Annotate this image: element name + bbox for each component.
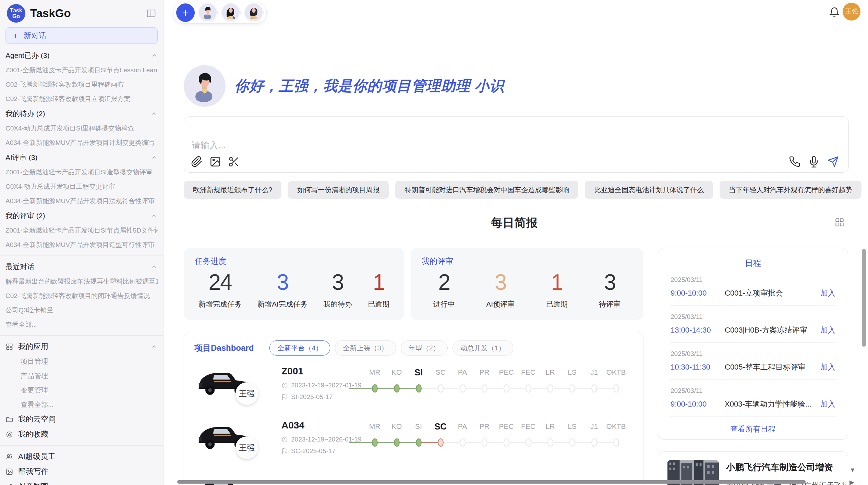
- divider: [0, 335, 163, 336]
- logo-text-bottom: Go: [12, 13, 20, 19]
- dashboard-filter-tab[interactable]: 年型（2）: [401, 340, 448, 356]
- suggestion-chip[interactable]: 当下年轻人对汽车外观有怎样的喜好趋势: [720, 181, 861, 199]
- vertical-scrollbar[interactable]: [862, 249, 866, 347]
- project-row[interactable]: 王强 Z001 2023-12-19~2027-01-19 SI-2025-05…: [184, 360, 643, 414]
- sidebar-item[interactable]: C02-飞腾新能源轻客改款项目立项汇报方案: [5, 92, 158, 106]
- sidebar-item[interactable]: C0X4-动力总成开发项目SI里程碑提交物检查: [5, 121, 158, 136]
- horizontal-scrollbar[interactable]: [177, 480, 806, 484]
- milestone-label: LS: [561, 366, 583, 378]
- suggestion-chip[interactable]: 比亚迪全固态电池计划具体说了什么: [585, 181, 713, 199]
- recent-chats-view-all[interactable]: 查看全部...: [5, 318, 158, 332]
- phone-icon[interactable]: [789, 156, 800, 167]
- sidebar-item[interactable]: Z001-全新燃油皮卡产品开发项目SI节点Lesson Learn报告: [5, 63, 158, 77]
- recent-chat-item[interactable]: 公司Q3轻卡销量: [5, 303, 158, 318]
- add-agent-button[interactable]: +: [176, 3, 195, 22]
- stat: 2进行中: [433, 270, 455, 309]
- image-icon[interactable]: [209, 156, 221, 167]
- join-meeting-link[interactable]: 加入: [820, 399, 835, 409]
- schedule-item: 2025/03/11 13:00-14:30 C003|H0B-方案冻结评审 加…: [670, 306, 836, 343]
- stat: 3我的待办: [323, 270, 352, 309]
- dashboard-filter-tab[interactable]: 全新平台（4）: [269, 340, 330, 356]
- sidebar-item[interactable]: Z001-全新燃油轻卡产品开发项目SI节点属性5D文件评审: [5, 223, 158, 238]
- apps-view-all[interactable]: 查看全部...: [5, 397, 158, 412]
- notification-bell-icon[interactable]: [829, 7, 840, 18]
- app-logo: Task Go: [7, 4, 25, 23]
- layout-grid-icon[interactable]: [834, 217, 845, 227]
- section-title: 我的评审 (2): [5, 211, 45, 221]
- footer-label: AI超级员工: [18, 451, 56, 462]
- stat-card-title: 任务进度: [191, 256, 397, 266]
- sidebar-item-帮我写作[interactable]: 帮我写作: [5, 464, 158, 479]
- milestone-dot: [613, 384, 619, 393]
- project-row[interactable]: 王强 A034 2023-12-19~2026-01-19 SC-2025-05…: [184, 414, 643, 469]
- schedule-event-title: X003-车辆动力学性能验...: [725, 399, 820, 409]
- schedule-time: 9:00-10:00: [671, 289, 725, 298]
- sidebar-item-创意制图[interactable]: 创意制图: [5, 479, 158, 485]
- sidebar-item-cloud-space[interactable]: 我的云空间: [5, 412, 158, 427]
- sidebar-item[interactable]: C02-飞腾新能源轻客改款项目里程碑画布: [5, 77, 158, 92]
- stat-value: 3: [323, 270, 352, 295]
- sidebar-item[interactable]: C0X4-动力总成开发项目工程变更评审: [5, 179, 158, 194]
- stat-value: 2: [433, 270, 455, 295]
- new-chat-button[interactable]: ＋ 新对话: [5, 27, 158, 44]
- app-item[interactable]: 项目管理: [5, 354, 158, 369]
- join-meeting-link[interactable]: 加入: [820, 362, 835, 372]
- recent-chats-header[interactable]: 最近对话: [5, 259, 158, 274]
- sidebar-item[interactable]: A034-全新新能源MUV产品开发项目计划变更类编写: [5, 136, 158, 150]
- sidebar-collapse-icon[interactable]: [146, 8, 156, 18]
- microphone-icon[interactable]: [808, 156, 820, 167]
- logo-text-top: Task: [10, 8, 22, 13]
- stat: 3待评审: [599, 270, 620, 309]
- recent-chat-item[interactable]: C02-飞腾新能源轻客改款项目的闭环通告反馈情况: [5, 289, 158, 303]
- project-owner-badge: 王强: [236, 436, 258, 459]
- flag-icon: [281, 394, 288, 400]
- scissors-icon[interactable]: [228, 156, 240, 167]
- stat: 3AI预评审: [486, 270, 515, 309]
- suggestion-chip[interactable]: 如何写一份清晰的项目周报: [288, 181, 389, 199]
- man-avatar[interactable]: [198, 3, 218, 22]
- sidebar-item[interactable]: A034-全新新能源MUV产品开发项目造型可行性评审: [5, 238, 158, 252]
- app-item[interactable]: 变更管理: [5, 383, 158, 397]
- schedule-date: 2025/03/11: [671, 276, 835, 284]
- schedule-date: 2025/03/11: [671, 313, 835, 321]
- sidebar-section-header[interactable]: AI评审 (3): [5, 150, 158, 165]
- chat-input[interactable]: 请输入...: [184, 116, 849, 173]
- dashboard-filter-tab[interactable]: 全新上装（3）: [335, 340, 396, 356]
- scroll-down-arrow-icon[interactable]: ▼: [849, 467, 856, 474]
- sidebar-section-header[interactable]: 我的评审 (2): [5, 208, 158, 223]
- schedule-title: 日程: [670, 258, 836, 269]
- stat-card-title: 我的评审: [418, 256, 636, 266]
- project-owner-badge: 王强: [236, 382, 258, 405]
- sidebar-item[interactable]: A034-全新新能源MUV产品开发项目法规符合性评审: [5, 194, 158, 208]
- project-code: A034: [281, 420, 304, 431]
- join-meeting-link[interactable]: 加入: [820, 325, 835, 335]
- suggestion-chip[interactable]: 欧洲新规最近颁布了什么?: [184, 181, 281, 199]
- paperclip-icon[interactable]: [191, 156, 203, 167]
- sidebar-item[interactable]: Z001-全新燃油轻卡产品开发项目SI造型提交物评审: [5, 165, 158, 179]
- join-meeting-link[interactable]: 加入: [820, 288, 835, 298]
- suggestion-chip[interactable]: 特朗普可能对进口汽车增税会对中国车企造成哪些影响: [395, 181, 578, 199]
- sidebar-item-my-apps[interactable]: 我的应用: [5, 339, 158, 354]
- milestone-label: LS: [561, 421, 583, 432]
- section-title: 我的待办 (2): [5, 109, 45, 119]
- scroll-right-arrow-icon[interactable]: ▶: [849, 478, 854, 485]
- sidebar-section-header[interactable]: 我的待办 (2): [5, 106, 158, 121]
- app-item[interactable]: 产品管理: [5, 369, 158, 383]
- footer-label: 创意制图: [18, 482, 48, 485]
- sidebar-item-favorites[interactable]: 我的收藏: [5, 427, 158, 442]
- sidebar-section-header[interactable]: Agent已办 (3): [5, 48, 158, 63]
- sidebar-item-AI超级员工[interactable]: AI超级员工: [5, 449, 158, 464]
- chat-input-placeholder: 请输入...: [192, 139, 226, 151]
- schedule-event-title: C005-整车工程目标评审: [725, 362, 820, 372]
- woman-2-avatar[interactable]: [244, 3, 264, 22]
- milestone-dot: [569, 438, 575, 447]
- dashboard-filter-tab[interactable]: 动总开发（1）: [453, 340, 513, 356]
- view-all-schedule-link[interactable]: 查看所有日程: [670, 424, 836, 434]
- milestone-dot: [416, 384, 422, 393]
- woman-avatar[interactable]: [221, 3, 241, 22]
- stat-value: 1: [368, 270, 389, 295]
- user-avatar[interactable]: 王强: [843, 3, 860, 21]
- milestone-label: KO: [386, 421, 408, 432]
- send-icon[interactable]: [827, 156, 839, 167]
- recent-chat-item[interactable]: 解释最新出台的欧盟报废车法规再生塑料比例被调至15%...: [5, 274, 158, 289]
